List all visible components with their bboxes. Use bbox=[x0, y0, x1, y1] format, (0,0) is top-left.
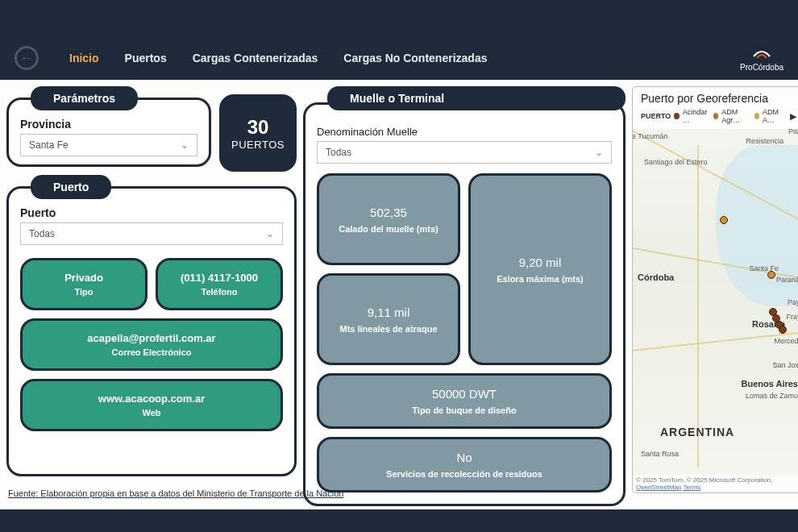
tile-eslora-value: 9,20 mil bbox=[479, 256, 601, 269]
tile-web-label: Web bbox=[31, 408, 272, 418]
tile-buque: 50000 DWT Tipo de buque de diseño bbox=[317, 373, 612, 429]
puerto-header: Puerto bbox=[31, 175, 111, 199]
city-santarosa: Santa Rosa bbox=[641, 450, 679, 458]
counter-label: PUERTOS bbox=[231, 139, 285, 151]
puerto-value: Todas bbox=[29, 228, 55, 239]
chevron-down-icon: ⌄ bbox=[595, 147, 603, 158]
map-legend: PUERTO Acindar … ADM Agr… ADM A… ▶ bbox=[633, 106, 798, 129]
city-cordoba: Córdoba bbox=[638, 272, 674, 282]
provincia-value: Santa Fe bbox=[29, 139, 69, 151]
provincia-label: Provincia bbox=[20, 118, 197, 131]
tile-tipo-label: Tipo bbox=[31, 287, 137, 297]
legend-dot-icon bbox=[713, 113, 718, 119]
tile-residuos-label: Servicios de recolección de residuos bbox=[327, 469, 601, 479]
tile-calado-label: Calado del muelle (mts) bbox=[327, 224, 450, 234]
app-window: ← Inicio Puertos Cargas Contenerizadas C… bbox=[0, 36, 798, 509]
tile-calado: 502,35 Calado del muelle (mts) bbox=[317, 173, 460, 265]
map-pin[interactable] bbox=[779, 326, 787, 334]
country-argentina: ARGENTINA bbox=[660, 426, 734, 438]
nav-cargas-no-contenerizadas[interactable]: Cargas No Contenerizadas bbox=[343, 52, 487, 64]
city-pilar: Pilar bbox=[788, 129, 798, 135]
tile-email-value: acapella@profertil.com.ar bbox=[31, 332, 272, 344]
tile-web: www.acacoop.com.ar Web bbox=[20, 379, 283, 431]
logo-icon bbox=[750, 45, 773, 61]
tile-tipo-value: Privado bbox=[31, 272, 137, 284]
back-icon[interactable]: ← bbox=[15, 46, 39, 70]
nav-inicio[interactable]: Inicio bbox=[69, 52, 99, 64]
tile-eslora-label: Eslora máxima (mts) bbox=[479, 274, 601, 284]
denominacion-dropdown[interactable]: Todas ⌄ bbox=[317, 141, 612, 164]
nav-puertos[interactable]: Puertos bbox=[125, 52, 167, 64]
top-nav-bar: ← Inicio Puertos Cargas Contenerizadas C… bbox=[0, 36, 798, 80]
parametros-header: Parámetros bbox=[31, 86, 138, 110]
tile-email-label: Correo Electrónico bbox=[31, 347, 272, 357]
nav-cargas-contenerizadas[interactable]: Cargas Contenerizadas bbox=[193, 52, 318, 64]
terms-link[interactable]: Terms bbox=[684, 484, 701, 491]
city-paysandu: Paysa bbox=[788, 298, 798, 306]
city-frayb: Fray B bbox=[786, 313, 798, 321]
puerto-panel: Puerto Todas ⌄ Privado Tipo (011) 4117-1… bbox=[6, 186, 297, 476]
middle-column: Muelle o Terminal Denominación Muelle To… bbox=[303, 86, 626, 506]
muelle-header: Muelle o Terminal bbox=[327, 86, 626, 110]
tile-residuos-value: No bbox=[327, 451, 601, 464]
tile-buque-label: Tipo de buque de diseño bbox=[327, 405, 601, 415]
denominacion-label: Denominación Muelle bbox=[317, 126, 612, 138]
tile-tipo: Privado Tipo bbox=[20, 258, 148, 310]
footer-source: Fuente: Elaboración propia en base a dat… bbox=[8, 488, 343, 498]
puertos-counter: 30 PUERTOS bbox=[219, 94, 297, 172]
puerto-label: Puerto bbox=[20, 206, 283, 219]
left-column: Parámetros Provincia Santa Fe ⌄ 30 PUERT… bbox=[6, 86, 297, 506]
legend-item-1: Acindar … bbox=[683, 108, 710, 124]
tile-lineales-label: Mts lineales de atraque bbox=[327, 324, 450, 334]
tile-buque-value: 50000 DWT bbox=[327, 387, 601, 401]
city-sanjose: San Jose bbox=[772, 361, 798, 369]
muelle-panel: Denominación Muelle Todas ⌄ 502,35 Calad… bbox=[303, 102, 626, 506]
legend-dot-icon bbox=[754, 113, 759, 119]
map-title: Puerto por Georeferencia bbox=[633, 87, 798, 106]
dashboard-board: Parámetros Provincia Santa Fe ⌄ 30 PUERT… bbox=[0, 80, 798, 509]
chevron-down-icon: ⌄ bbox=[181, 139, 189, 151]
city-buenosaires: Buenos Aires bbox=[741, 379, 798, 389]
legend-item-2: ADM Agr… bbox=[721, 108, 750, 124]
tile-telefono-value: (011) 4117-1000 bbox=[166, 272, 272, 284]
denominacion-value: Todas bbox=[326, 147, 351, 158]
city-resistencia: Resistencia bbox=[746, 137, 783, 145]
chevron-down-icon: ⌄ bbox=[266, 228, 274, 239]
tile-telefono-label: Teléfono bbox=[166, 287, 272, 297]
tile-eslora: 9,20 mil Eslora máxima (mts) bbox=[468, 173, 612, 365]
city-tucuman: de Tucumán bbox=[633, 132, 668, 140]
counter-value: 30 bbox=[247, 116, 269, 139]
city-santiago: Santiago del Estero bbox=[644, 158, 708, 166]
map-panel: Puerto por Georeferencia PUERTO Acindar … bbox=[632, 86, 798, 493]
tile-web-value: www.acacoop.com.ar bbox=[31, 393, 272, 405]
tile-calado-value: 502,35 bbox=[327, 206, 450, 219]
city-parana: Paraná bbox=[776, 276, 798, 284]
tile-lineales: 9,11 mil Mts lineales de atraque bbox=[317, 273, 460, 365]
map-pin[interactable] bbox=[720, 216, 728, 224]
city-mercedes: Mercedes bbox=[774, 337, 798, 345]
tile-residuos: No Servicios de recolección de residuos bbox=[317, 437, 612, 493]
tile-telefono: (011) 4117-1000 Teléfono bbox=[156, 258, 283, 310]
legend-dot-icon bbox=[674, 113, 679, 119]
map-pin[interactable] bbox=[767, 271, 775, 279]
map-attribution: © 2025 TomTom, © 2025 Microsoft Corporat… bbox=[633, 475, 798, 493]
legend-label: PUERTO bbox=[641, 112, 671, 120]
provincia-dropdown[interactable]: Santa Fe ⌄ bbox=[20, 134, 197, 156]
attrib-text: © 2025 TomTom, © 2025 Microsoft Corporat… bbox=[636, 476, 773, 484]
osm-link[interactable]: OpenStreetMap bbox=[636, 484, 681, 491]
brand-logo: ProCórdoba bbox=[740, 45, 783, 72]
map-canvas[interactable]: de Tucumán Santiago del Estero Resistenc… bbox=[633, 129, 798, 493]
logo-text: ProCórdoba bbox=[740, 63, 783, 72]
legend-next-icon[interactable]: ▶ bbox=[790, 111, 796, 122]
tile-email: acapella@profertil.com.ar Correo Electró… bbox=[20, 318, 283, 371]
legend-item-3: ADM A… bbox=[763, 108, 787, 124]
puerto-dropdown[interactable]: Todas ⌄ bbox=[20, 222, 283, 245]
city-lomas: Lomas de Zamora bbox=[746, 392, 798, 400]
tile-lineales-value: 9,11 mil bbox=[327, 305, 450, 319]
